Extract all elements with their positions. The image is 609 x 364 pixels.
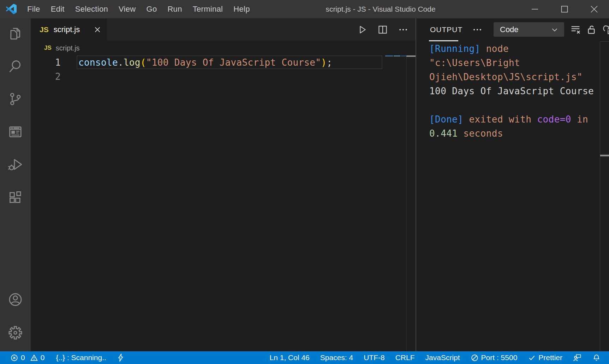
output-tab-underline xyxy=(429,40,458,41)
check-icon xyxy=(528,354,536,362)
output-text-segment: 0.441 xyxy=(429,128,458,139)
output-panel-title[interactable]: OUTPUT xyxy=(430,18,462,41)
menu-terminal[interactable]: Terminal xyxy=(187,0,228,18)
menu-go[interactable]: Go xyxy=(141,0,162,18)
vscode-logo-icon xyxy=(6,4,17,14)
code-token: . xyxy=(118,57,124,68)
panel-scrollbar[interactable] xyxy=(600,41,609,351)
statusbar-right-items: Ln 1, Col 46 Spaces: 4 UTF-8 CRLF JavaSc… xyxy=(264,351,607,364)
output-text-segment: [Running] xyxy=(429,43,486,54)
maximize-icon xyxy=(560,5,569,14)
tab-script-js[interactable]: JS script.js xyxy=(31,18,107,41)
tab-close-icon[interactable] xyxy=(92,24,103,35)
output-text-segment: in xyxy=(571,114,588,125)
lightning-icon xyxy=(117,353,125,362)
icon-glyph xyxy=(472,24,483,35)
menu-help[interactable]: Help xyxy=(228,0,255,18)
run-code-icon[interactable] xyxy=(356,24,368,36)
run-and-debug-icon[interactable] xyxy=(7,157,23,173)
menu-selection[interactable]: Selection xyxy=(70,0,113,18)
overview-ruler-cursor xyxy=(406,55,416,57)
output-line: [Running] node xyxy=(429,42,509,56)
status-bar: 0 0 {..} : Scanning.. Ln 1, Col 46 Space… xyxy=(0,351,609,364)
minimize-button[interactable] xyxy=(520,0,550,18)
spaces-label: Spaces: 4 xyxy=(320,353,353,362)
output-channel-select[interactable]: Code xyxy=(494,22,564,37)
feedback-status[interactable] xyxy=(568,351,587,364)
open-output-in-editor-icon[interactable] xyxy=(601,23,609,36)
menu-file[interactable]: File xyxy=(22,0,46,18)
output-text-segment: seconds xyxy=(458,128,503,139)
problems-status[interactable]: 0 0 xyxy=(0,351,50,364)
icon-glyph xyxy=(7,325,23,341)
language-label: JavaScript xyxy=(425,353,460,362)
icon-glyph xyxy=(601,23,609,36)
prettier-status[interactable]: Prettier xyxy=(523,351,568,364)
maximize-button[interactable] xyxy=(550,0,579,18)
activity-bar xyxy=(0,18,31,351)
icon-glyph xyxy=(7,190,23,205)
encoding-label: UTF-8 xyxy=(364,353,385,362)
minimize-icon xyxy=(530,5,539,14)
scanning-label: {..} : Scanning.. xyxy=(56,353,106,362)
warning-icon xyxy=(30,354,38,362)
error-count: 0 xyxy=(21,353,25,362)
scanning-status[interactable]: {..} : Scanning.. xyxy=(50,351,111,364)
indentation-status[interactable]: Spaces: 4 xyxy=(315,351,358,364)
output-line: 0.441 seconds xyxy=(429,126,503,141)
more-actions-icon[interactable] xyxy=(397,24,409,36)
panel-scrollbar-thumb[interactable] xyxy=(600,155,609,156)
code-token: ) xyxy=(321,57,327,68)
lightning-status[interactable] xyxy=(112,351,130,364)
menu-view[interactable]: View xyxy=(113,0,141,18)
port-label: Port : 5500 xyxy=(481,353,518,362)
js-file-icon: JS xyxy=(40,25,49,34)
menu-edit[interactable]: Edit xyxy=(46,0,70,18)
explorer-icon[interactable] xyxy=(7,25,23,41)
close-button[interactable] xyxy=(579,0,609,18)
code-row: 1 console.log("100 Days Of JavaScript Co… xyxy=(31,55,416,70)
source-control-icon[interactable] xyxy=(7,91,23,107)
code-token: ( xyxy=(141,57,146,68)
window-controls xyxy=(520,0,609,18)
code-row: 2 xyxy=(31,70,416,84)
output-text-segment: "c:\Users\Bright xyxy=(429,58,520,68)
notifications-status[interactable] xyxy=(587,351,607,364)
panel-more-actions-icon[interactable] xyxy=(471,23,484,36)
code-editor[interactable]: 1 console.log("100 Days Of JavaScript Co… xyxy=(31,55,416,351)
port-status[interactable]: Port : 5500 xyxy=(465,351,523,364)
output-log[interactable]: [Running] node "c:\Users\Bright Ojieh\De… xyxy=(416,42,609,351)
bell-icon xyxy=(592,354,601,362)
eol-status[interactable]: CRLF xyxy=(390,351,420,364)
unlock-icon[interactable] xyxy=(585,23,598,36)
channel-label: Code xyxy=(500,25,519,34)
icon-glyph xyxy=(94,26,101,34)
output-text-segment: exited with xyxy=(469,114,537,125)
icon-glyph xyxy=(570,24,581,35)
extensions-icon[interactable] xyxy=(7,190,23,205)
code-token: "100 Days Of JavaScript Course" xyxy=(146,57,321,68)
error-icon xyxy=(10,354,18,362)
breadcrumb[interactable]: JS script.js xyxy=(31,41,416,55)
menu-run[interactable]: Run xyxy=(162,0,187,18)
minimap[interactable] xyxy=(385,55,406,58)
language-status[interactable]: JavaScript xyxy=(420,351,465,364)
live-preview-icon[interactable] xyxy=(7,124,23,140)
encoding-status[interactable]: UTF-8 xyxy=(358,351,390,364)
statusbar-left-items: 0 0 {..} : Scanning.. xyxy=(0,351,130,364)
warning-count: 0 xyxy=(41,353,45,362)
tab-bar: JS script.js xyxy=(31,18,416,41)
search-icon[interactable] xyxy=(7,58,23,74)
accounts-icon[interactable] xyxy=(7,292,23,308)
tab-label: script.js xyxy=(54,25,80,34)
js-file-icon: JS xyxy=(44,44,52,52)
output-text-segment: 100 Days Of JavaScript Course xyxy=(429,86,594,96)
cursor-position-status[interactable]: Ln 1, Col 46 xyxy=(264,351,315,364)
clear-output-icon[interactable] xyxy=(569,23,582,36)
breadcrumb-label: script.js xyxy=(56,44,80,52)
split-editor-icon[interactable] xyxy=(377,24,389,36)
code-token: console xyxy=(78,57,118,68)
icon-glyph xyxy=(7,25,23,41)
output-text-segment: [Done] xyxy=(429,114,469,125)
settings-gear-icon[interactable] xyxy=(7,325,23,341)
